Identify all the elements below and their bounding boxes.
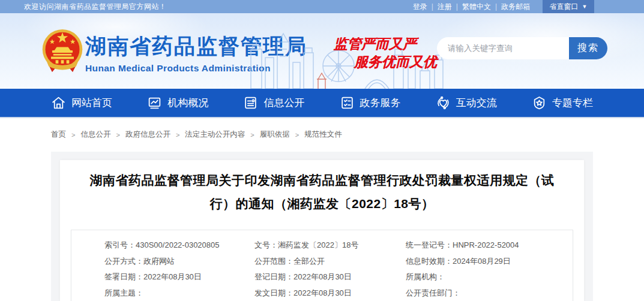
login-link[interactable]: 登录 (409, 2, 432, 12)
breadcrumb-gov-info[interactable]: 政府信息公开 (125, 130, 170, 140)
article-panel: 湖南省药品监督管理局关于印发湖南省药品监督管理行政处罚裁量权适用规定（试行）的通… (60, 160, 584, 301)
breadcrumb-separator: > (250, 131, 254, 139)
nav-item-info-disclosure[interactable]: 信息公开 (243, 95, 304, 110)
search-button[interactable]: 搜索 (569, 37, 607, 59)
meta-validity-period: 信息时效期：2024年08月29日 (406, 254, 573, 270)
meta-topic: 所属主题： (104, 285, 254, 301)
home-icon (51, 95, 66, 110)
meta-institution: 所属机构： (406, 269, 573, 285)
nav-item-organization[interactable]: 机构概况 (147, 95, 208, 110)
main-nav: 网站首页 机构概况 信息公开 政务服务 (0, 89, 644, 118)
nav-item-home[interactable]: 网站首页 (51, 95, 112, 110)
meta-index-number: 索引号：430S00/2022-03020805 (104, 237, 254, 254)
breadcrumb-separator: > (71, 131, 75, 139)
gov-mail-link[interactable]: 政务邮箱 (497, 2, 534, 12)
meta-disclosure-scope: 公开范围：全部公开 (254, 254, 406, 270)
national-emblem-logo (40, 28, 85, 76)
meta-doc-number: 文号：湘药监发〔2022〕18号 (254, 237, 406, 254)
breadcrumb: 首页 > 信息公开 > 政府信息公开 > 法定主动公开内容 > 履职依据 > 规… (51, 130, 342, 140)
nav-label: 网站首页 (71, 96, 112, 110)
star-badge-icon (532, 95, 547, 110)
breadcrumb-home[interactable]: 首页 (51, 130, 66, 140)
nav-label: 专题专栏 (552, 96, 593, 110)
meta-column-2: 文号：湘药监发〔2022〕18号 公开范围：全部公开 登记日期：2022年08月… (254, 237, 406, 301)
breadcrumb-statutory-content[interactable]: 法定主动公开内容 (185, 130, 245, 140)
nav-label: 信息公开 (263, 96, 304, 110)
meta-registration-date: 登记日期：2022年08月30日 (254, 269, 406, 285)
meta-responsible-department: 公开责任部门： (406, 285, 573, 301)
breadcrumb-separator: > (116, 131, 119, 139)
welcome-text: 欢迎访问湖南省药品监督管理局官方网站！ (24, 2, 167, 12)
nav-item-gov-services[interactable]: 政务服务 (340, 95, 401, 110)
info-doc-icon (243, 95, 258, 110)
chevron-down-icon: ▼ (582, 4, 588, 10)
nav-label: 政务服务 (360, 96, 401, 110)
document-meta-box: 索引号：430S00/2022-03020805 公开方式：政府网站 签署日期：… (71, 230, 573, 301)
meta-signing-date: 签署日期：2022年08月30日 (104, 269, 254, 285)
meta-disclosure-method: 公开方式：政府网站 (104, 254, 254, 270)
nav-item-special-topics[interactable]: 专题专栏 (532, 95, 593, 110)
meta-unified-registration-number: 统一登记号：HNPR-2022-52004 (406, 237, 573, 254)
breadcrumb-info-disclosure[interactable]: 信息公开 (80, 130, 110, 140)
document-title: 湖南省药品监督管理局关于印发湖南省药品监督管理行政处罚裁量权适用规定（试行）的通… (89, 168, 555, 215)
meta-column-1: 索引号：430S00/2022-03020805 公开方式：政府网站 签署日期：… (104, 237, 254, 301)
org-chart-icon (147, 95, 162, 110)
breadcrumb-duty-basis[interactable]: 履职依据 (260, 130, 290, 140)
province-window-label: 省直窗口 (550, 2, 579, 12)
topbar-links: 登录 | 注册 | 繁體中文 | 政务邮箱 省直窗口 ▼ (409, 0, 644, 13)
nav-item-interaction[interactable]: 互动交流 (436, 95, 497, 110)
breadcrumb-normative-docs[interactable]: 规范性文件 (304, 130, 342, 140)
province-window-dropdown[interactable]: 省直窗口 ▼ (543, 0, 594, 13)
search-input[interactable] (437, 37, 569, 59)
meta-column-3: 统一登记号：HNPR-2022-52004 信息时效期：2024年08月29日 … (406, 237, 573, 301)
site-header: 湖南省药品监督管理局 Hunan Medical Products Admini… (0, 13, 644, 89)
checklist-icon (340, 95, 355, 110)
slogan-line1: 监管严而又严 (334, 35, 437, 53)
nav-label: 机构概况 (167, 96, 208, 110)
meta-issue-date: 发文日期：2022年08月30日 (254, 285, 406, 301)
breadcrumb-separator: > (295, 131, 299, 139)
slogan-text: 监管严而又严 服务优而又优 (334, 35, 437, 71)
register-link[interactable]: 注册 (433, 2, 456, 12)
slogan-line2: 服务优而又优 (354, 53, 437, 71)
nav-label: 互动交流 (456, 96, 497, 110)
top-utility-bar: 欢迎访问湖南省药品监督管理局官方网站！ 登录 | 注册 | 繁體中文 | 政务邮… (0, 0, 644, 13)
site-search: 搜索 (437, 37, 607, 59)
interaction-heart-icon (436, 95, 451, 110)
breadcrumb-separator: > (176, 131, 179, 139)
traditional-chinese-link[interactable]: 繁體中文 (458, 2, 495, 12)
